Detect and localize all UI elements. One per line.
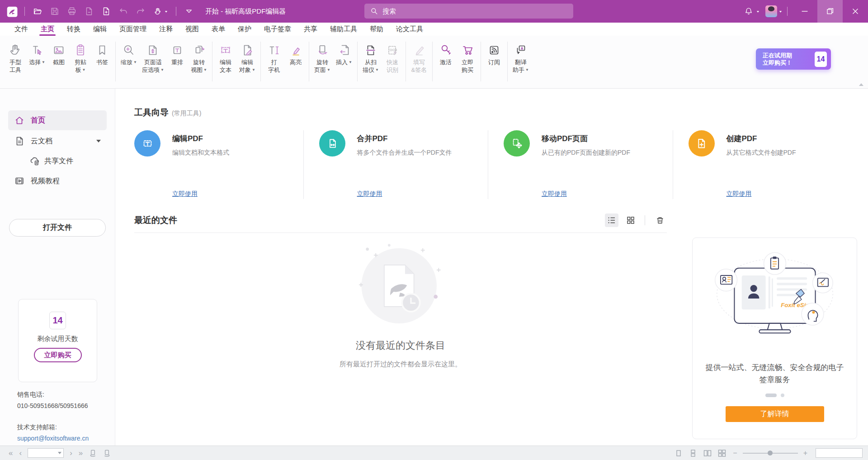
menu-tab-5[interactable]: 注释	[153, 23, 179, 36]
ribbon-button-snapshot[interactable]: 截图	[48, 41, 70, 66]
scroll-up-icon[interactable]	[859, 83, 863, 86]
menu-tab-12[interactable]: 帮助	[363, 23, 390, 36]
ribbon-button-rotate-pages[interactable]: 旋转页面▼	[311, 41, 333, 74]
menu-tab-11[interactable]: 辅助工具	[324, 23, 363, 36]
account-caret-icon[interactable]	[778, 9, 783, 14]
ribbon-button-select[interactable]: 选择▼	[26, 41, 48, 66]
carousel-dot-active[interactable]	[765, 394, 777, 397]
ribbon-button-highlight[interactable]: 高亮	[285, 41, 307, 66]
ribbon-button-quick-ocr[interactable]: OCR快速识别	[382, 41, 403, 74]
sidebar-item-cloud-docs[interactable]: 云文档	[8, 131, 107, 151]
ribbon-button-zoom[interactable]: 缩放▼	[118, 41, 140, 66]
list-view-button[interactable]	[605, 213, 618, 227]
rotate-left-icon[interactable]	[89, 449, 97, 457]
save-icon[interactable]	[47, 4, 62, 19]
learn-more-button[interactable]: 了解详情	[726, 406, 824, 422]
zoom-percent-input[interactable]	[818, 450, 860, 456]
use-now-link[interactable]: 立即使用	[726, 190, 752, 198]
buy-now-button[interactable]: 立即购买	[34, 348, 82, 362]
ribbon-button-page-fit-options[interactable]: 页面适应选项▼	[140, 41, 166, 74]
ribbon-button-clipboard[interactable]: 剪贴板▼	[70, 41, 91, 74]
user-avatar[interactable]	[765, 5, 777, 17]
use-now-link[interactable]: 立即使用	[357, 190, 382, 198]
ribbon-button-hand-tool[interactable]: 手型工具	[5, 41, 26, 74]
menu-tab-1[interactable]: 主页	[34, 23, 61, 36]
sidebar-item-home[interactable]: 首页	[8, 110, 107, 130]
page-number-combo[interactable]	[28, 448, 64, 458]
use-now-link[interactable]: 立即使用	[172, 190, 198, 198]
sidebar-item-video-tutorials[interactable]: 视频教程	[8, 171, 107, 191]
add-page-icon[interactable]	[99, 4, 113, 19]
ribbon-button-fill-sign[interactable]: 填写&签名	[408, 41, 430, 74]
page-number-input[interactable]	[30, 450, 58, 456]
previous-page-button[interactable]: ‹	[16, 449, 25, 457]
ribbon-button-bookmark[interactable]: 书签	[91, 41, 113, 66]
cardEdit-icon	[134, 130, 160, 156]
restore-button[interactable]	[817, 0, 843, 23]
carousel-dot[interactable]	[781, 394, 784, 397]
ribbon-button-from-scanner[interactable]: 从扫描仪▼	[360, 41, 382, 74]
titlebar-quick-tools: 开始 - 福昕高级PDF编辑器	[0, 4, 286, 19]
zoom-percent-box[interactable]	[816, 448, 863, 458]
zoom-out-button[interactable]: −	[729, 449, 741, 457]
use-now-link[interactable]: 立即使用	[542, 190, 567, 198]
extract-page-icon[interactable]	[82, 4, 96, 19]
zoom-slider-thumb[interactable]	[768, 451, 773, 455]
ribbon-button-reflow[interactable]: 重排	[166, 41, 188, 66]
single-page-view-icon[interactable]	[675, 450, 683, 457]
rotate-right-icon[interactable]	[103, 449, 111, 457]
sidebar-item-shared-files[interactable]: 共享文件	[27, 152, 107, 170]
clear-recent-trash-button[interactable]	[653, 213, 667, 227]
ribbon-button-insert[interactable]: 插入▼	[333, 41, 355, 66]
menu-tab-6[interactable]: 视图	[179, 23, 205, 36]
facing-continuous-view-icon[interactable]	[718, 450, 726, 457]
notifications-bell-icon[interactable]	[741, 4, 756, 19]
highlight-icon	[288, 42, 304, 58]
customize-toolbar-icon[interactable]	[182, 4, 196, 19]
zoom-in-button[interactable]: +	[800, 449, 811, 457]
last-page-button[interactable]: »	[75, 449, 86, 457]
ribbon-button-buy-now[interactable]: 立即购买	[457, 41, 478, 74]
menu-tab-10[interactable]: 共享	[297, 23, 324, 36]
print-icon[interactable]	[65, 4, 79, 19]
redo-icon[interactable]	[133, 4, 148, 19]
menu-tab-0[interactable]: 文件	[8, 23, 34, 36]
page-combo-caret-icon[interactable]	[58, 452, 61, 454]
ribbon-button-rotate-view[interactable]: 旋转视图▼	[188, 41, 210, 74]
ribbon-button-typewriter[interactable]: 打字机	[263, 41, 285, 74]
menu-tab-13[interactable]: 论文工具	[390, 23, 429, 36]
next-page-button[interactable]: ›	[66, 449, 75, 457]
menu-tab-9[interactable]: 电子签章	[258, 23, 297, 36]
ribbon-separator	[357, 42, 358, 81]
ribbon-button-activate[interactable]: 激活	[435, 41, 457, 66]
trial-banner[interactable]: 正在试用期 立即购买！ 14	[756, 48, 831, 70]
facing-view-icon[interactable]	[703, 450, 712, 457]
menu-tab-7[interactable]: 表单	[205, 23, 231, 36]
chevron-down-icon[interactable]	[96, 140, 101, 142]
ribbon-button-edit-object[interactable]: 编辑对象▼	[236, 41, 258, 74]
menu-tab-4[interactable]: 页面管理	[113, 23, 153, 36]
hand-tool-quick-icon[interactable]	[151, 4, 170, 19]
ribbon-label: 板	[75, 66, 81, 74]
ribbon-button-translate-assistant[interactable]: 翻译助手▼	[510, 41, 532, 74]
menu-tab-3[interactable]: 编辑	[87, 23, 113, 36]
ribbon-label: 文本	[220, 66, 231, 74]
ribbon-button-edit-text[interactable]: 编辑文本	[215, 41, 236, 74]
support-email-link[interactable]: support@foxitsoftware.cn	[17, 433, 89, 444]
menu-tab-2[interactable]: 转换	[61, 23, 87, 36]
first-page-button[interactable]: «	[5, 449, 16, 457]
menu-tab-8[interactable]: 保护	[231, 23, 258, 36]
open-file-button[interactable]: 打开文件	[9, 219, 106, 237]
open-file-icon[interactable]	[30, 4, 45, 19]
grid-view-button[interactable]	[624, 213, 637, 227]
close-button[interactable]	[843, 0, 868, 23]
search-input[interactable]	[382, 7, 568, 15]
minimize-button[interactable]	[792, 0, 817, 23]
ribbon-button-subscribe[interactable]: 订阅	[483, 41, 505, 66]
undo-icon[interactable]	[116, 4, 131, 19]
notifications-caret-icon[interactable]	[756, 9, 760, 14]
ribbon-label: 应选项	[142, 66, 160, 74]
global-search[interactable]	[364, 4, 573, 19]
zoom-slider[interactable]	[743, 453, 798, 454]
continuous-view-icon[interactable]	[689, 450, 697, 457]
